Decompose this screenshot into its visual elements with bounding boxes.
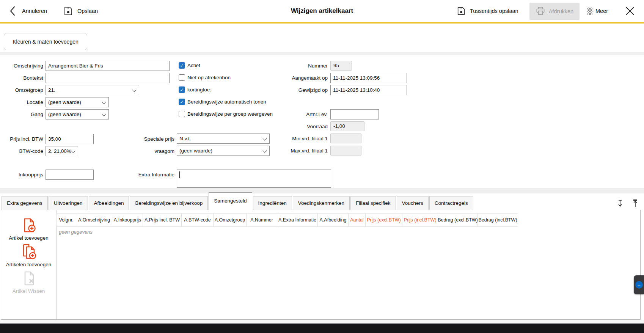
checkbox-actief[interactable]: Actief bbox=[179, 62, 200, 69]
locatie-label: Locatie bbox=[0, 97, 43, 107]
checkbox-bereidingswijze-automatisch[interactable]: Bereidingswijze automatisch tonen bbox=[179, 99, 266, 105]
tab-voedingskenmerken[interactable]: Voedingskenmerken bbox=[293, 196, 350, 210]
tab-bereidingswijze-en-bijverkoop[interactable]: Bereidingswijze en bijverkoop bbox=[130, 196, 208, 210]
voorraad-value: -1,00 bbox=[330, 121, 364, 131]
extra-informatie-textarea[interactable] bbox=[177, 170, 331, 188]
gewijzigd-op-input[interactable] bbox=[330, 85, 407, 95]
column-header-aantal[interactable]: Aantal bbox=[348, 213, 366, 227]
column-header-bedrag-incl-btw[interactable]: Bedrag (incl.BTW) bbox=[478, 213, 518, 227]
artikel-toevoegen-label: Artikel toevoegen bbox=[9, 235, 48, 241]
printer-icon bbox=[536, 6, 545, 17]
artikel-wissen-label: Artikel Wissen bbox=[13, 288, 45, 294]
artikelen-toevoegen-button[interactable]: Artikelen toevoegen bbox=[1, 243, 56, 267]
screen-bezel bbox=[0, 324, 644, 333]
double-arrow-icon: ↔ bbox=[635, 281, 643, 289]
omschrijving-label: Omschrijving bbox=[0, 61, 43, 71]
omzetgroep-label: Omzetgroep bbox=[0, 85, 43, 95]
column-header-a-extra-informatie[interactable]: A.Extra Informatie bbox=[277, 213, 318, 227]
table-header-row: Volgnr. A.Omschrijving A.Inkoopprijs A.P… bbox=[57, 213, 518, 227]
window-bottom-strip bbox=[0, 320, 644, 324]
tab-afbeeldingen[interactable]: Afbeeldingen bbox=[89, 196, 129, 210]
prijs-incl-btw-label: Prijs incl. BTW bbox=[0, 134, 43, 144]
column-header-a-prijs-incl-btw[interactable]: A.Prijs incl. BTW bbox=[143, 213, 182, 227]
back-chevron-icon bbox=[8, 5, 18, 17]
bontekst-label: Bontekst bbox=[0, 73, 43, 83]
column-header-a-nummer[interactable]: A.Nummer bbox=[246, 213, 277, 227]
close-button[interactable] bbox=[624, 0, 636, 22]
toolbar: Annuleren Opslaan Wijzigen artikelkaart … bbox=[0, 0, 644, 22]
close-icon bbox=[624, 5, 636, 17]
column-header-a-afbeelding[interactable]: A.Afbeelding bbox=[317, 213, 349, 227]
empty-table-message: geen gegevens bbox=[59, 229, 93, 235]
column-header-prijs-incl-btw[interactable]: Prijs (incl.BTW) bbox=[402, 213, 438, 227]
aangemaakt-op-label: Aangemaakt op bbox=[252, 73, 328, 83]
artikelen-toevoegen-label: Artikelen toevoegen bbox=[6, 262, 51, 267]
tab-vouchers[interactable]: Vouchers bbox=[397, 196, 429, 210]
gewijzigd-op-label: Gewijzigd op bbox=[252, 85, 328, 95]
aangemaakt-op-input[interactable] bbox=[330, 73, 407, 83]
nummer-value: 95 bbox=[330, 61, 352, 71]
checkbox-icon[interactable] bbox=[179, 111, 185, 117]
voorraad-label: Voorraad bbox=[252, 121, 328, 132]
extra-informatie-label: Extra Informatie bbox=[121, 170, 174, 180]
checkbox-icon[interactable] bbox=[179, 86, 185, 93]
more-label: Meer bbox=[595, 8, 608, 14]
separator-band bbox=[0, 52, 644, 55]
prijs-incl-btw-input[interactable] bbox=[46, 134, 94, 144]
more-button[interactable]: Meer bbox=[587, 0, 608, 22]
artnr-lev-input[interactable] bbox=[330, 109, 379, 119]
btw-code-label: BTW-code bbox=[0, 146, 43, 156]
btw-code-value: 2. 21,00% bbox=[48, 148, 71, 154]
scroll-to-top-icon[interactable] bbox=[631, 199, 639, 209]
inkoopprijs-label: Inkoopprijs bbox=[0, 170, 43, 180]
checkbox-niet-op-afrekenbon[interactable]: Niet op afrekenbon bbox=[179, 74, 231, 81]
column-header-bedrag-excl-btw[interactable]: Bedrag (excl.BTW) bbox=[438, 213, 478, 227]
btw-code-select[interactable]: 2. 21,00% bbox=[46, 146, 78, 156]
interim-save-button[interactable]: Tussentijds opslaan bbox=[456, 0, 518, 22]
checkbox-icon[interactable] bbox=[179, 62, 185, 69]
artikel-toevoegen-button[interactable]: Artikel toevoegen bbox=[1, 217, 56, 241]
tab-ingredienten[interactable]: Ingrediënten bbox=[253, 196, 292, 210]
print-button[interactable]: Afdrukken bbox=[529, 3, 580, 20]
checkbox-icon[interactable] bbox=[179, 74, 185, 81]
save-icon bbox=[63, 6, 74, 16]
article-actions-panel: Artikel toevoegen Artikelen toevoegen Ar… bbox=[1, 210, 57, 319]
tab-extra-gegevens[interactable]: Extra gegevens bbox=[2, 196, 48, 210]
document-plus-icon bbox=[1, 217, 56, 234]
column-header-volgnr[interactable]: Volgnr. bbox=[56, 213, 76, 227]
inkoopprijs-input[interactable] bbox=[46, 170, 94, 180]
locatie-select[interactable]: (geen waarde) bbox=[46, 97, 109, 107]
column-header-a-omschrijving[interactable]: A.Omschrijving bbox=[76, 213, 112, 227]
vraagom-value: (geen waarde) bbox=[179, 148, 212, 154]
chevron-down-icon bbox=[132, 88, 136, 92]
accent-line bbox=[0, 22, 644, 24]
save-icon bbox=[456, 6, 466, 16]
gang-select[interactable]: (geen waarde) bbox=[46, 109, 109, 119]
tab-samengesteld[interactable]: Samengesteld bbox=[209, 192, 252, 210]
column-header-a-omzetgroep[interactable]: A.Omzetgroep bbox=[213, 213, 247, 227]
tab-filiaal-specifiek[interactable]: Filiaal specifiek bbox=[350, 196, 396, 210]
chevron-down-icon bbox=[102, 112, 106, 116]
save-label: Opslaan bbox=[77, 8, 98, 14]
text-caret bbox=[179, 171, 180, 178]
save-button[interactable]: Opslaan bbox=[63, 0, 98, 22]
omzetgroep-select[interactable]: 21. bbox=[46, 85, 139, 95]
checkbox-kortingtoe[interactable]: kortingtoe: bbox=[179, 86, 211, 93]
column-header-a-inkoopprijs[interactable]: A.Inkoopprijs bbox=[112, 213, 143, 227]
checkbox-icon[interactable] bbox=[179, 99, 185, 105]
tab-uitvoeringen[interactable]: Uitvoeringen bbox=[49, 196, 88, 210]
kleuren-maten-button[interactable]: Kleuren & maten toevoegen bbox=[4, 33, 87, 50]
remote-support-badge[interactable]: ↔ bbox=[634, 275, 644, 294]
omschrijving-input[interactable] bbox=[46, 61, 170, 71]
scroll-to-bottom-icon[interactable] bbox=[616, 199, 624, 209]
artikel-wissen-button[interactable]: Artikel Wissen bbox=[1, 270, 56, 294]
tab-contractregels[interactable]: Contractregels bbox=[429, 196, 473, 210]
bontekst-input[interactable] bbox=[46, 73, 170, 83]
column-header-a-btw-code[interactable]: A.BTW-code bbox=[181, 213, 214, 227]
column-header-prijs-excl-btw[interactable]: Prijs (excl.BTW) bbox=[365, 213, 402, 227]
cancel-button[interactable]: Annuleren bbox=[8, 0, 47, 22]
chevron-down-icon bbox=[71, 149, 75, 153]
max-vrd-filiaal-label: Max.vrd. filiaal 1 bbox=[252, 146, 328, 156]
cancel-label: Annuleren bbox=[22, 8, 47, 14]
interim-save-label: Tussentijds opslaan bbox=[470, 8, 518, 14]
